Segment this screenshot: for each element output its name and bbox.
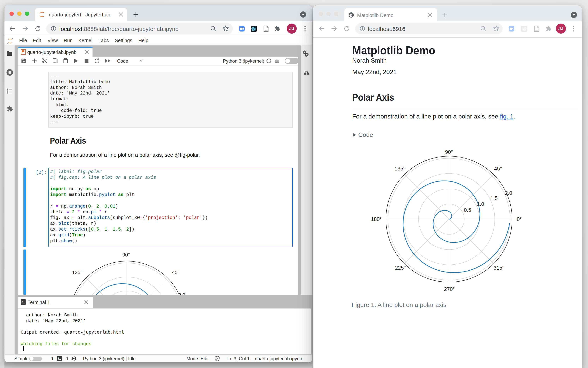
- svg-text:90°: 90°: [122, 252, 130, 258]
- svg-text:225°: 225°: [395, 265, 406, 271]
- svg-text:45°: 45°: [172, 269, 179, 275]
- svg-text:45°: 45°: [494, 166, 502, 172]
- svg-text:$: $: [58, 357, 59, 360]
- svg-text:90°: 90°: [445, 149, 453, 155]
- svg-text:2.0: 2.0: [505, 190, 512, 196]
- svg-text:180°: 180°: [371, 216, 382, 222]
- svg-text:0.5: 0.5: [464, 207, 471, 213]
- svg-text:1.0: 1.0: [477, 201, 484, 207]
- svg-text:2.0: 2.0: [178, 292, 185, 295]
- svg-text:$: $: [21, 301, 23, 304]
- svg-text:315°: 315°: [493, 265, 504, 271]
- svg-text:0°: 0°: [517, 216, 522, 222]
- svg-text:270°: 270°: [444, 286, 455, 292]
- svg-text:1.5: 1.5: [491, 195, 498, 201]
- svg-text:135°: 135°: [72, 269, 82, 275]
- svg-text:135°: 135°: [395, 166, 405, 172]
